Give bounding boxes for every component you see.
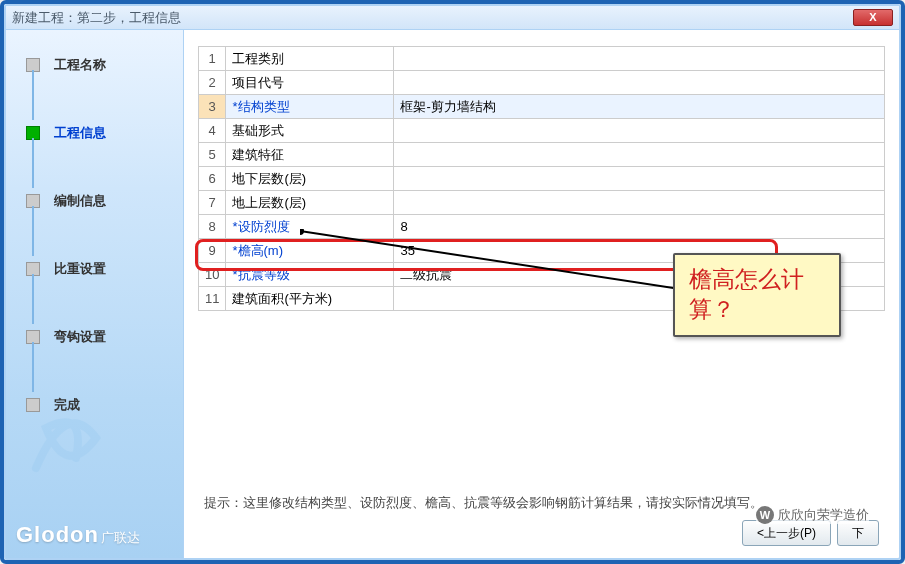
- step-label: 工程名称: [54, 56, 106, 74]
- table-row[interactable]: 2项目代号: [199, 71, 885, 95]
- dialog-window: 新建工程：第二步，工程信息 X 工程名称工程信息编制信息比重设置弯钩设置完成 G…: [4, 4, 901, 560]
- property-value[interactable]: [394, 191, 885, 215]
- wechat-icon: W: [756, 506, 774, 524]
- button-bar: <上一步(P) 下: [198, 520, 885, 550]
- wizard-step[interactable]: 弯钩设置: [26, 328, 163, 346]
- property-name: *抗震等级: [226, 263, 394, 287]
- row-number: 7: [199, 191, 226, 215]
- property-value[interactable]: 8: [394, 215, 885, 239]
- property-value[interactable]: [394, 119, 885, 143]
- table-row[interactable]: 5建筑特征: [199, 143, 885, 167]
- wizard-sidebar: 工程名称工程信息编制信息比重设置弯钩设置完成 Glodon广联达: [6, 30, 184, 558]
- title-bar: 新建工程：第二步，工程信息 X: [6, 6, 899, 30]
- row-number: 9: [199, 239, 226, 263]
- brand-logo: Glodon广联达: [16, 522, 140, 548]
- table-row[interactable]: 7地上层数(层): [199, 191, 885, 215]
- property-name: 地上层数(层): [226, 191, 394, 215]
- property-name: *设防烈度: [226, 215, 394, 239]
- step-label: 编制信息: [54, 192, 106, 210]
- wizard-step[interactable]: 工程名称: [26, 56, 163, 74]
- wizard-step[interactable]: 比重设置: [26, 260, 163, 278]
- row-number: 10: [199, 263, 226, 287]
- property-name: *檐高(m): [226, 239, 394, 263]
- property-name: 项目代号: [226, 71, 394, 95]
- property-name: 工程类别: [226, 47, 394, 71]
- step-indicator-icon: [26, 398, 40, 412]
- step-label: 完成: [54, 396, 80, 414]
- wizard-step[interactable]: 工程信息: [26, 124, 163, 142]
- wizard-step[interactable]: 完成: [26, 396, 163, 414]
- property-name: 建筑面积(平方米): [226, 287, 394, 311]
- close-icon[interactable]: X: [853, 9, 893, 26]
- table-row[interactable]: 1工程类别: [199, 47, 885, 71]
- property-name: 建筑特征: [226, 143, 394, 167]
- window-title: 新建工程：第二步，工程信息: [12, 9, 853, 27]
- step-label: 工程信息: [54, 124, 106, 142]
- row-number: 4: [199, 119, 226, 143]
- row-number: 11: [199, 287, 226, 311]
- watermark: W 欣欣向荣学造价: [756, 506, 869, 524]
- row-number: 3: [199, 95, 226, 119]
- row-number: 8: [199, 215, 226, 239]
- property-name: 地下层数(层): [226, 167, 394, 191]
- property-value[interactable]: [394, 143, 885, 167]
- wizard-step[interactable]: 编制信息: [26, 192, 163, 210]
- table-row[interactable]: 3*结构类型框架-剪力墙结构: [199, 95, 885, 119]
- row-number: 6: [199, 167, 226, 191]
- callout-note: 檐高怎么计算？: [673, 253, 841, 337]
- property-name: 基础形式: [226, 119, 394, 143]
- property-value[interactable]: [394, 167, 885, 191]
- property-value[interactable]: [394, 71, 885, 95]
- property-name: *结构类型: [226, 95, 394, 119]
- table-row[interactable]: 8*设防烈度8: [199, 215, 885, 239]
- row-number: 2: [199, 71, 226, 95]
- row-number: 1: [199, 47, 226, 71]
- table-row[interactable]: 6地下层数(层): [199, 167, 885, 191]
- property-value[interactable]: 框架-剪力墙结构: [394, 95, 885, 119]
- table-row[interactable]: 4基础形式: [199, 119, 885, 143]
- property-value[interactable]: [394, 47, 885, 71]
- step-label: 比重设置: [54, 260, 106, 278]
- step-label: 弯钩设置: [54, 328, 106, 346]
- row-number: 5: [199, 143, 226, 167]
